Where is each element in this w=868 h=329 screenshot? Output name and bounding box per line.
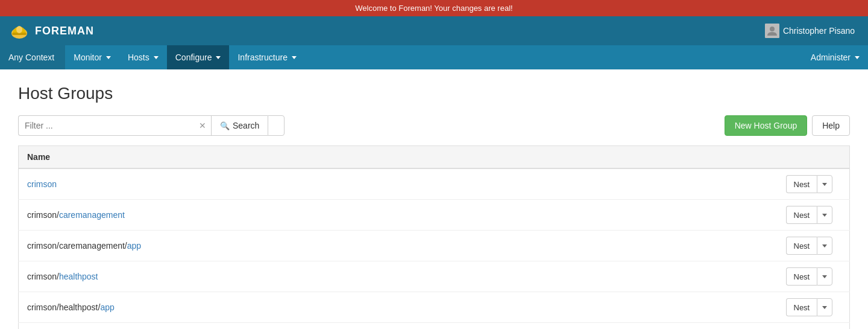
nest-caret-icon — [822, 214, 827, 217]
nest-dropdown-button[interactable] — [817, 298, 832, 316]
nav-infrastructure-label: Infrastructure — [237, 53, 287, 62]
search-dropdown-button[interactable] — [268, 115, 285, 136]
filter-clear-icon[interactable]: ✕ — [199, 121, 206, 130]
table-cell-name: crimson/caremanagement — [19, 200, 778, 231]
main-nav-right: Administer — [802, 45, 868, 69]
brand-area: FOREMAN — [10, 21, 94, 40]
search-label: Search — [233, 121, 259, 130]
nest-button-group: Nest — [786, 206, 841, 224]
alert-message: Welcome to Foreman! Your changes are rea… — [355, 4, 512, 13]
search-button[interactable]: 🔍 Search — [211, 115, 268, 136]
avatar-svg — [765, 24, 779, 38]
table-cell-name: crimson/caremanagement/app — [19, 231, 778, 261]
table-row: crimson/caremanagement Nest — [19, 200, 850, 231]
foreman-logo-icon — [10, 21, 29, 40]
search-icon: 🔍 — [220, 121, 230, 130]
table-cell-actions: Nest — [778, 323, 850, 330]
nest-button-group: Nest — [786, 237, 841, 255]
table-cell-actions: Nest — [778, 261, 850, 292]
nav-item-hosts[interactable]: Hosts — [119, 45, 167, 69]
nav-infrastructure-caret-icon — [292, 56, 297, 59]
table-header-row: Name — [19, 146, 850, 169]
brand-name: FOREMAN — [35, 25, 94, 37]
table-row: crimson/caremanagement/app Nest — [19, 231, 850, 261]
new-host-group-button[interactable]: New Host Group — [725, 115, 807, 136]
nav-hosts-caret-icon — [154, 56, 159, 59]
table-row: crimson/healthpost/app Nest — [19, 292, 850, 323]
nest-button[interactable]: Nest — [786, 267, 817, 286]
nest-button-group: Nest — [786, 298, 841, 316]
nav-configure-label: Configure — [175, 53, 212, 62]
nav-item-infrastructure[interactable]: Infrastructure — [229, 45, 304, 69]
nest-button[interactable]: Nest — [786, 175, 817, 193]
nav-configure-caret-icon — [216, 56, 221, 59]
nav-administer-caret-icon — [855, 56, 860, 59]
user-area[interactable]: Christopher Pisano — [765, 24, 858, 38]
main-nav-left: Any Context Monitor Hosts Configure Infr… — [0, 45, 305, 69]
nest-caret-icon — [822, 183, 827, 186]
nav-item-administer[interactable]: Administer — [802, 45, 868, 69]
nest-dropdown-button[interactable] — [817, 206, 832, 224]
nest-button[interactable]: Nest — [786, 206, 817, 224]
nest-button[interactable]: Nest — [786, 298, 817, 316]
filter-input[interactable] — [18, 115, 211, 136]
toolbar: ✕ 🔍 Search New Host Group Help — [18, 115, 850, 136]
host-group-link[interactable]: healthpost — [59, 272, 98, 281]
host-group-link[interactable]: crimson — [27, 179, 57, 189]
col-header-name: Name — [19, 146, 778, 169]
host-group-path-prefix: crimson/caremanagement/ — [27, 241, 127, 251]
host-group-path-prefix: crimson/healthpost/ — [27, 302, 100, 312]
table-cell-name: crimson — [19, 168, 778, 200]
nest-dropdown-button[interactable] — [817, 267, 832, 286]
context-selector[interactable]: Any Context — [0, 45, 65, 69]
table-row: crimson Nest — [19, 168, 850, 200]
nav-monitor-caret-icon — [106, 56, 111, 59]
col-header-actions — [778, 146, 850, 169]
table-cell-actions: Nest — [778, 200, 850, 231]
alert-bar: Welcome to Foreman! Your changes are rea… — [0, 0, 868, 16]
user-menu[interactable]: Christopher Pisano — [765, 24, 858, 38]
user-avatar-icon — [765, 24, 779, 38]
table-cell-name: crimson/healthpost/db — [19, 323, 778, 330]
nest-button-group: Nest — [786, 175, 841, 193]
top-nav: FOREMAN Christopher Pisano — [0, 16, 868, 45]
filter-wrapper: ✕ — [18, 115, 211, 136]
table-cell-actions: Nest — [778, 231, 850, 261]
host-group-path-prefix: crimson/ — [27, 210, 59, 220]
table-row: crimson/healthpost/db Nest — [19, 323, 850, 330]
nav-administer-label: Administer — [811, 53, 851, 62]
nest-caret-icon — [822, 306, 827, 309]
host-group-path-prefix: crimson/ — [27, 272, 59, 281]
help-label: Help — [822, 121, 840, 130]
nav-hosts-label: Hosts — [128, 53, 149, 62]
nest-caret-icon — [822, 244, 827, 248]
toolbar-left: ✕ 🔍 Search — [18, 115, 285, 136]
host-group-link[interactable]: app — [127, 241, 141, 251]
nav-item-configure[interactable]: Configure — [167, 45, 230, 69]
table-cell-actions: Nest — [778, 168, 850, 200]
context-label: Any Context — [8, 53, 54, 62]
svg-point-2 — [16, 26, 22, 33]
nest-caret-icon — [822, 275, 827, 278]
table-cell-name: crimson/healthpost — [19, 261, 778, 292]
host-group-link[interactable]: caremanagement — [59, 210, 125, 220]
main-nav: Any Context Monitor Hosts Configure Infr… — [0, 45, 868, 69]
svg-point-4 — [770, 27, 775, 31]
host-group-link[interactable]: app — [100, 302, 114, 312]
table-header: Name — [19, 146, 850, 169]
nest-button-group: Nest — [786, 267, 841, 286]
nest-button[interactable]: Nest — [786, 237, 817, 255]
nest-dropdown-button[interactable] — [817, 237, 832, 255]
help-button[interactable]: Help — [812, 115, 850, 136]
page-title: Host Groups — [18, 84, 850, 103]
content-area: Host Groups ✕ 🔍 Search New Host Group He… — [0, 69, 868, 329]
nav-monitor-label: Monitor — [74, 53, 102, 62]
nav-item-monitor[interactable]: Monitor — [65, 45, 119, 69]
new-host-group-label: New Host Group — [735, 121, 797, 130]
table-cell-actions: Nest — [778, 292, 850, 323]
nest-dropdown-button[interactable] — [817, 175, 832, 193]
table-body: crimson Nest crimson/caremanagement Nest… — [19, 168, 850, 329]
user-name: Christopher Pisano — [783, 26, 855, 36]
table-row: crimson/healthpost Nest — [19, 261, 850, 292]
toolbar-right: New Host Group Help — [725, 115, 850, 136]
